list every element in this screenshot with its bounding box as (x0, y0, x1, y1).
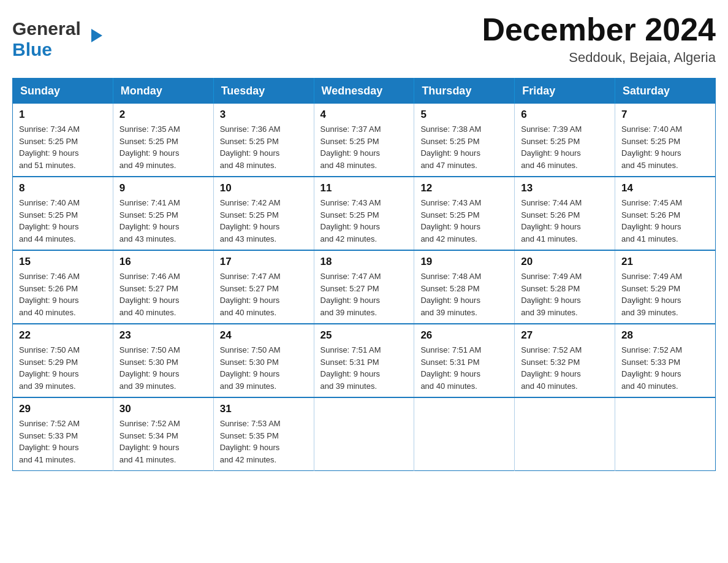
day-info: Sunrise: 7:40 AMSunset: 5:25 PMDaylight:… (19, 198, 80, 243)
day-info: Sunrise: 7:39 AMSunset: 5:25 PMDaylight:… (521, 124, 582, 170)
day-info: Sunrise: 7:47 AMSunset: 5:27 PMDaylight:… (320, 272, 381, 317)
day-number: 17 (220, 256, 308, 268)
title-area: December 2024 Seddouk, Bejaia, Algeria (482, 12, 716, 66)
day-number: 1 (19, 109, 107, 121)
day-info: Sunrise: 7:44 AMSunset: 5:26 PMDaylight:… (521, 198, 582, 243)
day-number: 24 (220, 329, 308, 342)
col-tuesday: Tuesday (213, 79, 314, 104)
day-number: 30 (119, 403, 207, 415)
day-cell: 13 Sunrise: 7:44 AMSunset: 5:26 PMDaylig… (515, 177, 615, 250)
day-cell: 2 Sunrise: 7:35 AMSunset: 5:25 PMDayligh… (113, 104, 213, 177)
day-cell: 14 Sunrise: 7:45 AMSunset: 5:26 PMDaylig… (615, 177, 716, 250)
week-row-1: 1 Sunrise: 7:34 AMSunset: 5:25 PMDayligh… (13, 104, 716, 177)
day-info: Sunrise: 7:41 AMSunset: 5:25 PMDaylight:… (119, 198, 180, 243)
day-info: Sunrise: 7:53 AMSunset: 5:35 PMDaylight:… (220, 419, 281, 464)
month-title: December 2024 (482, 12, 716, 47)
day-number: 9 (119, 182, 207, 194)
day-info: Sunrise: 7:47 AMSunset: 5:27 PMDaylight:… (220, 272, 281, 317)
day-info: Sunrise: 7:43 AMSunset: 5:25 PMDaylight:… (420, 198, 481, 243)
week-row-2: 8 Sunrise: 7:40 AMSunset: 5:25 PMDayligh… (13, 177, 716, 250)
day-cell: 27 Sunrise: 7:52 AMSunset: 5:32 PMDaylig… (515, 324, 615, 397)
day-cell (515, 397, 615, 471)
day-number: 7 (621, 109, 709, 121)
day-number: 5 (420, 109, 508, 121)
day-number: 29 (19, 403, 107, 415)
day-number: 2 (119, 109, 207, 121)
day-number: 4 (320, 109, 408, 121)
day-cell (314, 397, 414, 471)
header: General Blue December 2024 Seddouk, Beja… (12, 12, 716, 66)
day-info: Sunrise: 7:52 AMSunset: 5:33 PMDaylight:… (621, 345, 682, 391)
day-cell: 9 Sunrise: 7:41 AMSunset: 5:25 PMDayligh… (113, 177, 213, 250)
col-saturday: Saturday (615, 79, 716, 104)
day-info: Sunrise: 7:52 AMSunset: 5:32 PMDaylight:… (521, 345, 582, 391)
day-cell: 22 Sunrise: 7:50 AMSunset: 5:29 PMDaylig… (13, 324, 113, 397)
day-info: Sunrise: 7:50 AMSunset: 5:29 PMDaylight:… (19, 345, 80, 391)
day-number: 28 (621, 329, 709, 342)
day-cell: 19 Sunrise: 7:48 AMSunset: 5:28 PMDaylig… (414, 250, 515, 324)
day-number: 23 (119, 329, 207, 342)
day-cell: 24 Sunrise: 7:50 AMSunset: 5:30 PMDaylig… (213, 324, 314, 397)
day-info: Sunrise: 7:36 AMSunset: 5:25 PMDaylight:… (220, 124, 281, 170)
day-cell: 29 Sunrise: 7:52 AMSunset: 5:33 PMDaylig… (13, 397, 113, 471)
week-row-4: 22 Sunrise: 7:50 AMSunset: 5:29 PMDaylig… (13, 324, 716, 397)
col-thursday: Thursday (414, 79, 515, 104)
day-info: Sunrise: 7:45 AMSunset: 5:26 PMDaylight:… (621, 198, 682, 243)
day-info: Sunrise: 7:46 AMSunset: 5:27 PMDaylight:… (119, 272, 180, 317)
day-cell (414, 397, 515, 471)
day-cell: 12 Sunrise: 7:43 AMSunset: 5:25 PMDaylig… (414, 177, 515, 250)
day-number: 6 (521, 109, 609, 121)
day-number: 22 (19, 329, 107, 342)
day-cell: 11 Sunrise: 7:43 AMSunset: 5:25 PMDaylig… (314, 177, 414, 250)
week-row-3: 15 Sunrise: 7:46 AMSunset: 5:26 PMDaylig… (13, 250, 716, 324)
day-cell: 3 Sunrise: 7:36 AMSunset: 5:25 PMDayligh… (213, 104, 314, 177)
day-cell: 23 Sunrise: 7:50 AMSunset: 5:30 PMDaylig… (113, 324, 213, 397)
day-info: Sunrise: 7:35 AMSunset: 5:25 PMDaylight:… (119, 124, 180, 170)
day-number: 8 (19, 182, 107, 194)
day-info: Sunrise: 7:40 AMSunset: 5:25 PMDaylight:… (621, 124, 682, 170)
day-number: 31 (220, 403, 308, 415)
day-number: 26 (420, 329, 508, 342)
day-cell: 8 Sunrise: 7:40 AMSunset: 5:25 PMDayligh… (13, 177, 113, 250)
day-info: Sunrise: 7:52 AMSunset: 5:34 PMDaylight:… (119, 419, 180, 464)
day-info: Sunrise: 7:37 AMSunset: 5:25 PMDaylight:… (320, 124, 381, 170)
day-number: 3 (220, 109, 308, 121)
day-info: Sunrise: 7:49 AMSunset: 5:29 PMDaylight:… (621, 272, 682, 317)
col-wednesday: Wednesday (314, 79, 414, 104)
day-number: 12 (420, 182, 508, 194)
day-cell: 31 Sunrise: 7:53 AMSunset: 5:35 PMDaylig… (213, 397, 314, 471)
col-sunday: Sunday (13, 79, 113, 104)
day-number: 25 (320, 329, 408, 342)
col-friday: Friday (515, 79, 615, 104)
day-info: Sunrise: 7:42 AMSunset: 5:25 PMDaylight:… (220, 198, 281, 243)
day-info: Sunrise: 7:46 AMSunset: 5:26 PMDaylight:… (19, 272, 80, 317)
day-cell: 26 Sunrise: 7:51 AMSunset: 5:31 PMDaylig… (414, 324, 515, 397)
day-info: Sunrise: 7:51 AMSunset: 5:31 PMDaylight:… (320, 345, 381, 391)
day-info: Sunrise: 7:51 AMSunset: 5:31 PMDaylight:… (420, 345, 481, 391)
day-cell: 5 Sunrise: 7:38 AMSunset: 5:25 PMDayligh… (414, 104, 515, 177)
day-cell: 6 Sunrise: 7:39 AMSunset: 5:25 PMDayligh… (515, 104, 615, 177)
day-cell: 20 Sunrise: 7:49 AMSunset: 5:28 PMDaylig… (515, 250, 615, 324)
day-number: 16 (119, 256, 207, 268)
day-info: Sunrise: 7:52 AMSunset: 5:33 PMDaylight:… (19, 419, 80, 464)
logo-blue: Blue (12, 39, 91, 60)
day-number: 10 (220, 182, 308, 194)
week-row-5: 29 Sunrise: 7:52 AMSunset: 5:33 PMDaylig… (13, 397, 716, 471)
day-cell: 25 Sunrise: 7:51 AMSunset: 5:31 PMDaylig… (314, 324, 414, 397)
day-cell: 7 Sunrise: 7:40 AMSunset: 5:25 PMDayligh… (615, 104, 716, 177)
day-cell: 21 Sunrise: 7:49 AMSunset: 5:29 PMDaylig… (615, 250, 716, 324)
day-number: 19 (420, 256, 508, 268)
day-number: 18 (320, 256, 408, 268)
day-number: 20 (521, 256, 609, 268)
day-number: 21 (621, 256, 709, 268)
day-cell: 15 Sunrise: 7:46 AMSunset: 5:26 PMDaylig… (13, 250, 113, 324)
calendar-body: 1 Sunrise: 7:34 AMSunset: 5:25 PMDayligh… (13, 104, 716, 471)
day-number: 27 (521, 329, 609, 342)
location-title: Seddouk, Bejaia, Algeria (482, 50, 716, 66)
calendar-table: Sunday Monday Tuesday Wednesday Thursday… (12, 78, 716, 471)
day-info: Sunrise: 7:50 AMSunset: 5:30 PMDaylight:… (119, 345, 180, 391)
day-cell: 28 Sunrise: 7:52 AMSunset: 5:33 PMDaylig… (615, 324, 716, 397)
day-info: Sunrise: 7:50 AMSunset: 5:30 PMDaylight:… (220, 345, 281, 391)
day-cell: 30 Sunrise: 7:52 AMSunset: 5:34 PMDaylig… (113, 397, 213, 471)
header-row: Sunday Monday Tuesday Wednesday Thursday… (13, 79, 716, 104)
